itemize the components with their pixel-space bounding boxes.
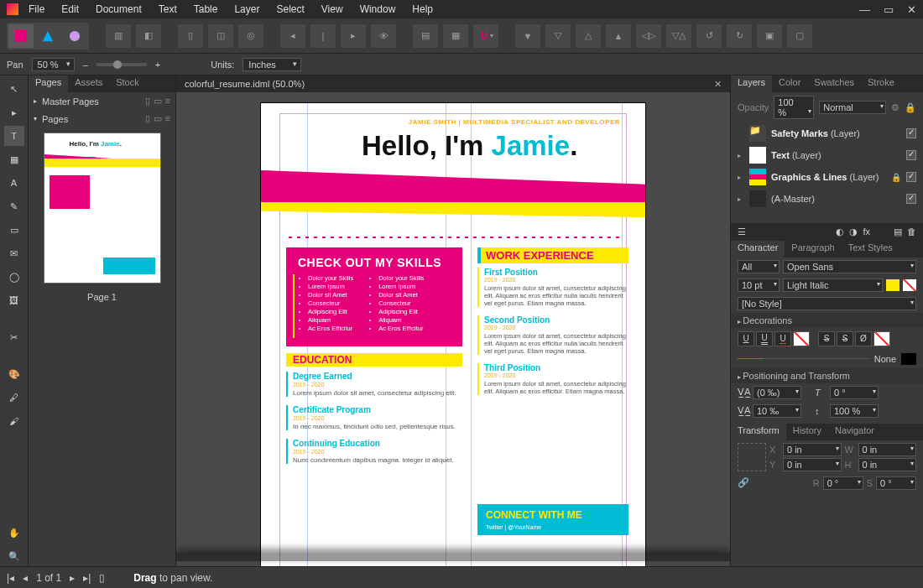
node-tool-icon[interactable]: ▸ xyxy=(4,102,24,122)
tab-text-styles[interactable]: Text Styles xyxy=(842,241,900,258)
opacity-field[interactable]: 100 % xyxy=(774,96,814,119)
color-underline-icon[interactable]: U xyxy=(774,331,791,346)
eyedropper-tool-icon[interactable]: 🖋 xyxy=(4,388,24,408)
first-spread-icon[interactable]: |◂ xyxy=(7,572,14,584)
visibility-checkbox[interactable] xyxy=(906,150,916,160)
align-left-icon[interactable]: ◂ xyxy=(280,24,305,48)
tab-history[interactable]: History xyxy=(786,424,828,440)
add-layer-icon[interactable]: ▤ xyxy=(894,226,902,237)
crop-tool-icon[interactable]: ✂ xyxy=(4,327,24,347)
table-tool-icon[interactable]: ▦ xyxy=(4,149,24,169)
no-underline-icon[interactable] xyxy=(793,331,810,346)
publisher-persona-icon[interactable] xyxy=(8,24,34,48)
preview-mode-icon[interactable]: ▯ xyxy=(99,572,105,584)
transform-r-field[interactable]: 0 ° xyxy=(823,476,863,490)
tab-navigator[interactable]: Navigator xyxy=(828,424,881,440)
move-back-icon[interactable]: ▼ xyxy=(515,24,540,48)
designer-persona-icon[interactable] xyxy=(35,24,60,48)
char-style-field[interactable]: [No Style] xyxy=(738,297,916,310)
picture-frame-tool-icon[interactable]: ✉ xyxy=(4,243,24,263)
hand-tool-icon[interactable]: ✋ xyxy=(4,523,24,543)
shear-field[interactable]: 0 ° xyxy=(830,386,879,399)
lock-icon[interactable]: 🔒 xyxy=(891,173,901,182)
tab-character[interactable]: Character xyxy=(731,241,785,258)
font-size-field[interactable]: 10 pt xyxy=(738,278,780,292)
font-style-field[interactable]: Light Italic xyxy=(783,278,883,292)
transform-y-field[interactable]: 0 in xyxy=(783,458,842,471)
next-spread-icon[interactable]: ▸ xyxy=(70,572,75,584)
zoom-minus-icon[interactable]: – xyxy=(83,60,88,70)
anchor-selector[interactable] xyxy=(738,443,766,471)
mask-icon[interactable]: ◐ xyxy=(836,226,844,237)
decoration-color-swatch[interactable] xyxy=(901,353,916,365)
units-field[interactable]: Inches xyxy=(242,58,301,71)
zoom-field[interactable]: 50 % xyxy=(32,58,75,71)
menu-document[interactable]: Document xyxy=(96,3,142,15)
zoom-tool-icon[interactable]: 🔍 xyxy=(4,546,24,566)
layer-opts-icon[interactable]: ☰ xyxy=(738,226,746,237)
tab-paragraph[interactable]: Paragraph xyxy=(785,241,841,258)
gear-icon[interactable]: ⚙ xyxy=(891,102,900,113)
expand-icon[interactable]: ▸ xyxy=(738,174,744,181)
expand-masters-icon[interactable]: ▸ xyxy=(34,97,37,105)
strike-icon[interactable]: S xyxy=(818,331,835,346)
artistic-text-tool-icon[interactable]: A xyxy=(4,173,24,193)
frame-picture-icon[interactable]: ◫ xyxy=(208,24,233,48)
menu-table[interactable]: Table xyxy=(194,3,218,15)
canvas[interactable]: JAMIE SMITH | MULTIMEDIA SPECIALIST AND … xyxy=(176,92,730,566)
zoom-slider[interactable] xyxy=(96,63,147,66)
layer-row[interactable]: ▸ (A-Master) xyxy=(731,188,923,210)
brush-tool-icon[interactable]: 🖌 xyxy=(4,411,24,431)
open-icon[interactable]: ▥ xyxy=(106,24,131,48)
tab-swatches[interactable]: Swatches xyxy=(807,75,861,92)
font-filter-field[interactable]: All xyxy=(738,260,780,273)
visibility-checkbox[interactable] xyxy=(906,172,916,182)
menu-edit[interactable]: Edit xyxy=(61,3,79,15)
ungroup-icon[interactable]: ▢ xyxy=(787,24,812,48)
flip-v-icon[interactable]: ▽△ xyxy=(666,24,691,48)
window-close-icon[interactable]: ✕ xyxy=(907,3,916,16)
menu-window[interactable]: Window xyxy=(360,3,396,15)
expand-pages-icon[interactable]: ▾ xyxy=(34,115,37,122)
tab-layers[interactable]: Layers xyxy=(731,75,772,92)
adjust-icon[interactable]: ◑ xyxy=(849,226,858,237)
menu-layer[interactable]: Layer xyxy=(234,3,259,15)
layer-row[interactable]: ▸ Text (Layer) xyxy=(731,144,923,166)
menu-text[interactable]: Text xyxy=(159,3,177,15)
prev-spread-icon[interactable]: ◂ xyxy=(23,572,28,584)
single-view-icon[interactable]: ▯ xyxy=(145,96,150,107)
menu-view[interactable]: View xyxy=(321,3,343,15)
last-spread-icon[interactable]: ▸| xyxy=(83,572,91,584)
color-picker-tool-icon[interactable]: 🎨 xyxy=(4,364,24,384)
ellipse-tool-icon[interactable]: ◯ xyxy=(4,267,24,287)
move-tool-icon[interactable]: ↖ xyxy=(4,79,24,99)
preflight-icon[interactable]: ◎ xyxy=(238,24,263,48)
page-thumbnail[interactable]: Hello, I'm Jamie. xyxy=(44,133,161,284)
pos-transform-header[interactable]: Positioning and Transform xyxy=(731,368,923,383)
visibility-checkbox[interactable] xyxy=(906,194,916,204)
back-one-icon[interactable]: ▽ xyxy=(545,24,571,48)
hscale-field[interactable]: 100 % xyxy=(830,404,879,418)
group-icon[interactable]: ▣ xyxy=(757,24,782,48)
delete-layer-icon[interactable]: 🗑 xyxy=(907,226,916,237)
fill-swatch[interactable] xyxy=(886,279,900,291)
baseline-icon[interactable]: ▤ xyxy=(413,24,438,48)
frame-text-tool-icon[interactable]: T xyxy=(4,126,24,146)
visibility-checkbox[interactable] xyxy=(906,128,916,138)
fx-icon[interactable]: fx xyxy=(863,226,870,237)
transform-w-field[interactable]: 0 in xyxy=(858,443,917,456)
layer-row[interactable]: 📁 Safety Marks (Layer) xyxy=(731,122,923,144)
menu-help[interactable]: Help xyxy=(412,3,433,15)
strike2-icon[interactable]: S xyxy=(837,331,853,346)
window-maximize-icon[interactable]: ▭ xyxy=(884,3,894,16)
blend-mode-field[interactable]: Normal xyxy=(819,101,886,114)
expand-icon[interactable]: ▸ xyxy=(738,152,744,159)
kerning-field[interactable]: (0 ‰) xyxy=(753,386,801,399)
tracking-field[interactable]: 10 ‰ xyxy=(753,404,801,418)
place-icon[interactable]: ◧ xyxy=(136,24,161,48)
place-image-tool-icon[interactable]: 🖼 xyxy=(4,290,24,310)
facing-view-icon[interactable]: ▭ xyxy=(154,96,162,107)
no-strike-icon[interactable] xyxy=(873,331,890,346)
align-hcenter-icon[interactable]: | xyxy=(310,24,336,48)
rotate-cw-icon[interactable]: ↻ xyxy=(727,24,752,48)
